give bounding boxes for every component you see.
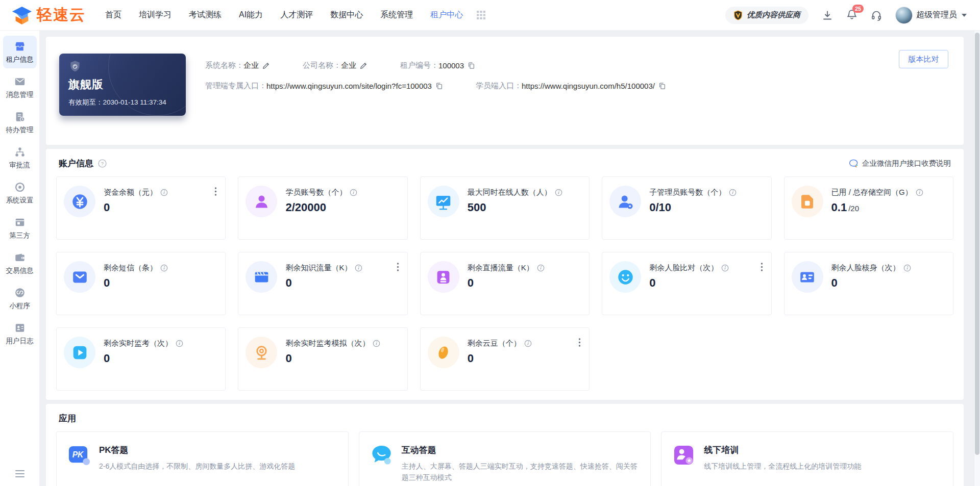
nav-item-exam[interactable]: 考试测练 [189,10,222,20]
sidebar-item-third-party[interactable]: 第三方 [3,212,37,244]
window-icon [14,217,26,228]
info-icon[interactable] [537,264,545,272]
stat-card: 剩余实时监考（次） 0 [56,327,226,391]
sidebar-item-todo[interactable]: 待办管理 [3,106,37,139]
info-icon[interactable] [160,264,168,272]
file-icon [799,193,816,210]
stat-title: 剩余短信（条） [104,263,157,273]
stat-card: 剩余人脸核身（次） 0 [784,252,953,315]
stat-card: 剩余直播流量（K） 0 [420,252,590,315]
miniprogram-icon [14,287,26,298]
sidebar-item-approval[interactable]: 审批流 [3,141,37,174]
chat-bubble-icon [370,443,394,467]
yuan-icon [71,193,88,210]
stat-title: 最大同时在线人数（人） [468,188,552,197]
doc-clock-icon [14,111,26,122]
quality-supplier-badge[interactable]: 优质内容供应商 [725,7,808,24]
stat-title: 已用 / 总存储空间（G） [831,188,913,197]
notifications-button[interactable]: 25 [846,9,857,22]
gear-icon [14,182,26,193]
notification-count-badge: 25 [852,5,864,13]
chevron-down-icon [962,14,967,17]
nav-item-home[interactable]: 首页 [105,10,121,20]
version-compare-button[interactable]: 版本比对 [899,50,948,68]
edit-icon[interactable] [262,62,270,69]
plan-version-card: 旗舰版 有效期至：2030-01-13 11:37:34 [59,54,186,116]
app-name: 线下培训 [704,444,861,456]
wecom-fee-link[interactable]: 企业微信用户接口收费说明 [849,159,951,168]
field-student-portal-url: 学员端入口：https://www.qingsuyun.com/h5/10000… [476,81,666,91]
help-icon[interactable]: ? [98,159,107,168]
wallet-icon [14,252,26,263]
field-system-name: 系统名称：企业 [205,61,270,70]
app-card-offline-training[interactable]: 线下培训 线下培训线上管理，全流程线上化的培训管理功能 [661,431,953,486]
info-icon[interactable] [729,189,737,196]
nav-item-ai[interactable]: AI能力 [239,10,263,20]
account-info-panel: 账户信息 ? 企业微信用户接口收费说明 资金余额（元） [46,149,964,400]
stat-title: 剩余实时监考（次） [104,339,173,348]
support-headset-icon[interactable] [871,10,882,21]
info-icon[interactable] [555,189,562,196]
sidebar-item-mini-program[interactable]: 小程序 [3,282,37,315]
field-admin-portal-url: 管理端专属入口：https://www.qingsuyun.com/site/l… [205,81,443,91]
user-menu[interactable]: 超级管理员 [895,7,967,24]
info-icon[interactable] [524,340,532,347]
edit-icon[interactable] [360,62,368,69]
envelope-icon [14,76,26,87]
nav-item-training[interactable]: 培训学习 [139,10,172,20]
stat-card: 剩余人脸比对（次） 0 [602,252,771,315]
bean-icon [435,344,452,361]
plan-name: 旗舰版 [68,77,177,92]
field-company-name: 公司名称：企业 [303,61,368,70]
top-navbar: 轻速云 首页培训学习考试测练AI能力人才测评数据中心系统管理租户中心 优质内容供… [0,0,980,31]
download-icon[interactable] [822,10,833,21]
webcam-icon [253,344,270,361]
stat-value: 0 [285,352,380,365]
sidebar-item-settings[interactable]: 系统设置 [3,176,37,209]
app-card-interactive[interactable]: 互动答题 主持人、大屏幕、答题人三端实时互动，支持竞速答题、快速抢答、闯关答题三… [359,431,651,486]
avatar [895,7,913,24]
sidebar-item-message[interactable]: 消息管理 [3,71,37,104]
stat-card: 子管理员账号数（个） 0/10 [602,176,771,240]
storefront-icon [14,41,26,52]
info-icon[interactable] [176,340,183,347]
scrollbar-thumb[interactable] [975,33,979,455]
stat-card: 学员账号数（个） 2/20000 [238,176,407,240]
info-icon[interactable] [373,340,380,347]
info-icon[interactable] [355,264,362,272]
apps-panel: 应用 PK PK答题 2-6人模式自由选择，不限制、房间数量多人比拼、游戏化答题… [46,404,964,486]
stat-title: 资金余额（元） [104,188,157,197]
sidebar-item-tenant-info[interactable]: 租户信息 [3,36,37,68]
nav-item-tenant-center[interactable]: 租户中心 [430,10,463,20]
sidebar-collapse-icon[interactable] [15,470,25,478]
kebab-menu-icon[interactable] [397,263,399,271]
nav-item-data-center[interactable]: 数据中心 [330,10,363,20]
kebab-menu-icon[interactable] [578,338,581,347]
sidebar-item-user-log[interactable]: 用户日志 [3,317,37,350]
log-icon [14,322,26,334]
info-icon[interactable] [721,264,729,272]
apps-grid-icon[interactable] [476,10,486,20]
copy-icon[interactable] [658,82,666,90]
stat-card: 已用 / 总存储空间（G） 0.1/20 [784,176,953,240]
info-icon[interactable] [160,189,168,196]
left-sidebar: 租户信息 消息管理 待办管理 审批流 系统设置 第三方 交易信息 小程序 用户日… [0,31,40,486]
info-icon[interactable] [903,264,911,272]
copy-icon[interactable] [468,62,475,69]
kebab-menu-icon[interactable] [214,187,217,196]
plan-shield-icon [68,60,82,73]
copy-icon[interactable] [435,82,443,90]
app-card-pk[interactable]: PK PK答题 2-6人模式自由选择，不限制、房间数量多人比拼、游戏化答题 [56,431,349,486]
quality-badge-label: 优质内容供应商 [747,10,800,20]
app-description: 主持人、大屏幕、答题人三端实时互动，支持竞速答题、快速抢答、闯关答题三种互动模式 [402,461,641,483]
nav-item-system[interactable]: 系统管理 [380,10,413,20]
admin-icon [617,193,634,210]
stat-title: 子管理员账号数（个） [649,188,726,197]
info-icon[interactable] [350,189,357,196]
kebab-menu-icon[interactable] [761,263,763,271]
nav-item-talent[interactable]: 人才测评 [280,10,313,20]
info-icon[interactable] [916,189,923,196]
sidebar-item-transaction[interactable]: 交易信息 [3,247,37,279]
app-logo[interactable]: 轻速云 [11,5,86,25]
app-description: 2-6人模式自由选择，不限制、房间数量多人比拼、游戏化答题 [99,461,295,472]
